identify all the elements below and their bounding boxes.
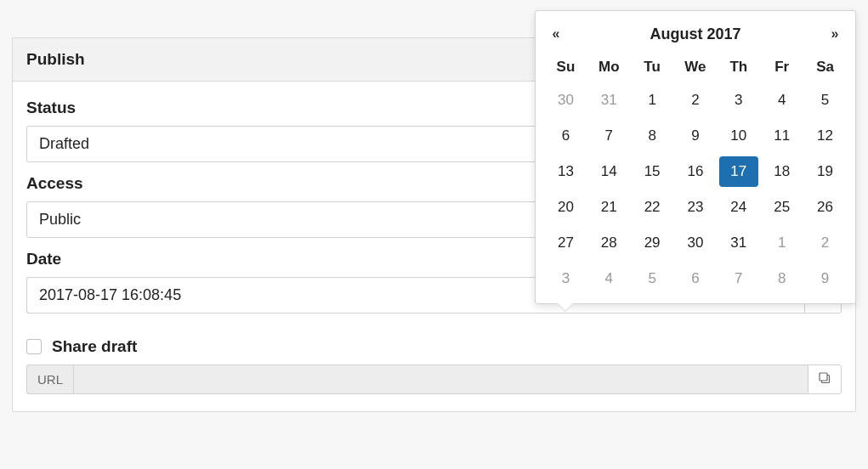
day-cell[interactable]: 15 <box>633 156 672 187</box>
day-cell-other-month[interactable]: 31 <box>589 85 628 116</box>
status-value: Drafted <box>39 135 89 152</box>
day-cell-other-month[interactable]: 9 <box>806 263 845 294</box>
day-cell-selected[interactable]: 17 <box>719 156 758 187</box>
day-cell[interactable]: 22 <box>633 192 672 223</box>
datepicker-next-button[interactable]: » <box>823 26 847 42</box>
day-cell[interactable]: 26 <box>806 192 845 223</box>
svg-rect-9 <box>820 373 827 381</box>
day-cell[interactable]: 16 <box>676 156 715 187</box>
day-cell[interactable]: 6 <box>546 121 585 151</box>
datepicker-table: SuMoTuWeThFrSa 3031123456789101112131415… <box>544 52 847 297</box>
day-cell[interactable]: 11 <box>763 121 802 151</box>
share-draft-label: Share draft <box>52 337 137 356</box>
weekday-header: Mo <box>587 52 631 82</box>
day-cell[interactable]: 24 <box>719 192 758 223</box>
url-addon-label: URL <box>26 364 73 394</box>
copy-url-button[interactable] <box>808 364 842 394</box>
day-cell[interactable]: 25 <box>763 192 802 223</box>
day-cell[interactable]: 30 <box>676 228 715 258</box>
day-cell[interactable]: 3 <box>719 85 758 116</box>
day-cell[interactable]: 13 <box>546 156 585 187</box>
day-cell[interactable]: 20 <box>546 192 585 223</box>
day-cell[interactable]: 9 <box>676 121 715 151</box>
weekday-header: We <box>674 52 718 82</box>
day-cell[interactable]: 5 <box>806 85 845 116</box>
day-cell-other-month[interactable]: 7 <box>719 263 758 294</box>
day-cell[interactable]: 31 <box>719 228 758 258</box>
day-cell[interactable]: 19 <box>806 156 845 187</box>
datepicker-popover: « August 2017 » SuMoTuWeThFrSa 303112345… <box>535 10 856 304</box>
day-cell[interactable]: 27 <box>546 228 585 258</box>
day-cell[interactable]: 21 <box>589 192 628 223</box>
share-draft-checkbox[interactable] <box>26 339 42 354</box>
day-cell-other-month[interactable]: 3 <box>546 263 585 294</box>
day-cell-other-month[interactable]: 1 <box>763 228 802 258</box>
datepicker-prev-button[interactable]: « <box>544 26 568 42</box>
day-cell[interactable]: 28 <box>589 228 628 258</box>
day-cell[interactable]: 10 <box>719 121 758 151</box>
day-cell-other-month[interactable]: 30 <box>546 85 585 116</box>
day-cell[interactable]: 14 <box>589 156 628 187</box>
datepicker-title[interactable]: August 2017 <box>568 25 823 43</box>
share-url-input[interactable] <box>73 364 808 394</box>
day-cell[interactable]: 1 <box>633 85 672 116</box>
day-cell[interactable]: 12 <box>806 121 845 151</box>
copy-icon <box>818 371 831 388</box>
day-cell[interactable]: 2 <box>676 85 715 116</box>
day-cell-other-month[interactable]: 2 <box>806 228 845 258</box>
weekday-header: Th <box>717 52 760 82</box>
access-value: Public <box>39 211 81 228</box>
day-cell-other-month[interactable]: 6 <box>676 263 715 294</box>
day-cell[interactable]: 18 <box>763 156 802 187</box>
day-cell-other-month[interactable]: 4 <box>589 263 628 294</box>
weekday-header: Tu <box>631 52 674 82</box>
day-cell[interactable]: 29 <box>633 228 672 258</box>
day-cell-other-month[interactable]: 8 <box>763 263 802 294</box>
weekday-header: Fr <box>760 52 803 82</box>
day-cell[interactable]: 4 <box>763 85 802 116</box>
weekday-header: Sa <box>803 52 847 82</box>
day-cell[interactable]: 8 <box>633 121 672 151</box>
day-cell[interactable]: 7 <box>589 121 628 151</box>
day-cell-other-month[interactable]: 5 <box>633 263 672 294</box>
weekday-header: Su <box>544 52 587 82</box>
day-cell[interactable]: 23 <box>676 192 715 223</box>
